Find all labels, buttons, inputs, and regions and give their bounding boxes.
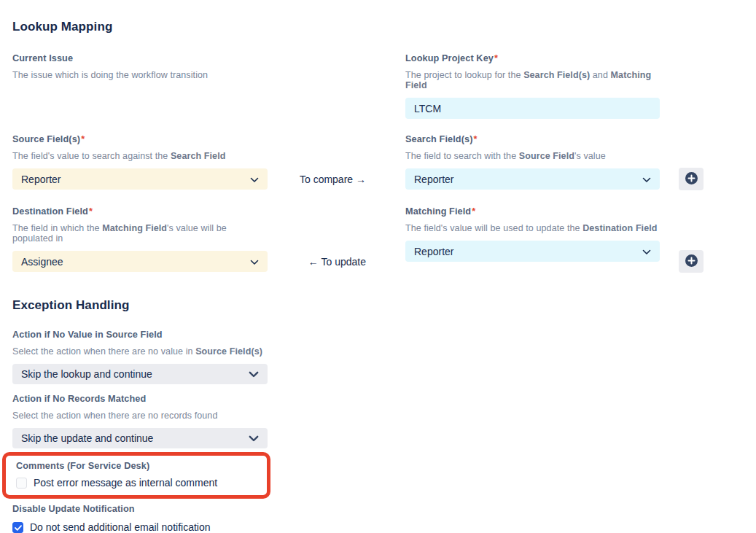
current-issue-group: Current Issue The issue which is doing t… (12, 53, 268, 119)
lookup-project-key-input[interactable] (405, 98, 660, 119)
disable-notification-checkbox-label: Do not send additional email notificatio… (30, 521, 211, 533)
no-records-action-description: Select the action when there are no reco… (12, 411, 268, 421)
add-matching-field-button[interactable] (679, 250, 704, 273)
disable-notification-option: Do not send additional email notificatio… (12, 521, 756, 533)
no-value-action-description: Select the action when there are no valu… (12, 346, 268, 357)
required-asterisk: * (494, 53, 498, 63)
chevron-down-icon (249, 368, 259, 380)
matching-field-group: Matching Field* The field's value will b… (405, 206, 660, 272)
post-error-comment-checkbox[interactable] (16, 478, 27, 489)
compare-arrow-cell: To compare → (268, 134, 405, 190)
to-compare-arrow-text: To compare → (300, 174, 366, 185)
search-fields-group: Search Field(s)* The field to search wit… (405, 134, 660, 190)
matching-field-select[interactable]: Reporter (405, 241, 660, 262)
lookup-project-key-label: Lookup Project Key* (405, 53, 660, 63)
source-fields-label: Source Field(s)* (12, 134, 268, 144)
lookup-mapping-title: Lookup Mapping (12, 20, 756, 34)
lookup-project-key-group: Lookup Project Key* The project to looku… (405, 53, 660, 119)
chevron-down-icon (642, 246, 651, 257)
no-value-action-label: Action if No Value in Source Field (12, 330, 268, 340)
checkmark-icon (15, 521, 22, 533)
source-fields-description: The field's value to search against the … (12, 151, 268, 161)
disable-notification-group: Disable Update Notification Do not send … (12, 504, 756, 533)
no-value-action-group: Action if No Value in Source Field Selec… (12, 330, 268, 384)
update-arrow-cell: ← To update (268, 206, 405, 272)
comments-label: Comments (For Service Desk) (16, 461, 261, 471)
post-error-comment-option: Post error message as internal comment (16, 477, 261, 489)
comments-highlight-box: Comments (For Service Desk) Post error m… (2, 452, 270, 499)
matching-field-description: The field's value will be used to update… (405, 223, 660, 233)
matching-field-label: Matching Field* (405, 206, 660, 217)
exception-handling-title: Exception Handling (12, 298, 756, 313)
chevron-down-icon (250, 174, 259, 185)
chevron-down-icon (249, 432, 259, 444)
required-asterisk: * (472, 206, 475, 217)
disable-notification-label: Disable Update Notification (12, 504, 756, 514)
source-fields-select[interactable]: Reporter (12, 168, 268, 190)
destination-field-label: Destination Field* (12, 206, 268, 217)
row1-spacer (268, 53, 405, 119)
required-asterisk: * (89, 206, 93, 217)
no-records-action-label: Action if No Records Matched (12, 394, 268, 404)
to-update-arrow-text: ← To update (308, 256, 366, 268)
plus-icon (685, 171, 698, 187)
no-records-action-group: Action if No Records Matched Select the … (12, 394, 268, 448)
required-asterisk: * (81, 134, 85, 144)
search-fields-select[interactable]: Reporter (405, 168, 660, 190)
post-error-comment-checkbox-label: Post error message as internal comment (34, 477, 217, 489)
row-destination-matching: Destination Field* The field in which th… (12, 206, 756, 272)
no-value-action-select[interactable]: Skip the lookup and continue (12, 364, 268, 384)
disable-notification-checkbox[interactable] (12, 522, 23, 533)
row-source-search: Source Field(s)* The field's value to se… (12, 134, 756, 190)
no-records-action-select[interactable]: Skip the update and continue (12, 428, 268, 448)
destination-field-group: Destination Field* The field in which th… (12, 206, 268, 272)
chevron-down-icon (250, 256, 259, 268)
plus-icon (685, 254, 698, 270)
add-search-field-button[interactable] (679, 168, 704, 190)
destination-field-select[interactable]: Assignee (12, 251, 268, 272)
lookup-mapping-form: Lookup Mapping Current Issue The issue w… (0, 0, 756, 533)
lookup-project-key-description: The project to lookup for the Search Fie… (405, 70, 660, 90)
source-fields-group: Source Field(s)* The field's value to se… (12, 134, 268, 190)
destination-field-description: The field in which the Matching Field's … (12, 223, 268, 244)
current-issue-label: Current Issue (12, 53, 268, 63)
required-asterisk: * (473, 134, 477, 144)
chevron-down-icon (642, 174, 651, 185)
search-fields-label: Search Field(s)* (405, 134, 660, 144)
search-fields-description: The field to search with the Source Fiel… (405, 151, 660, 161)
row-current-issue: Current Issue The issue which is doing t… (12, 53, 756, 119)
current-issue-description: The issue which is doing the workflow tr… (12, 70, 268, 80)
